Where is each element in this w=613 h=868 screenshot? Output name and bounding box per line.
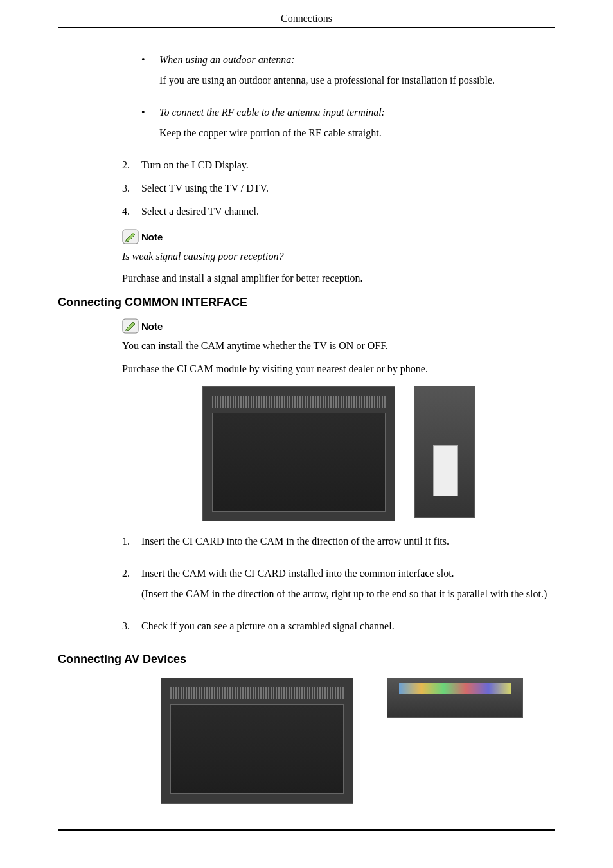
ci-diagram-card-slot [414,386,475,518]
header-rule [58,27,555,28]
list-text: Insert the CI CARD into the CAM in the d… [141,536,555,547]
list-text: Select TV using the TV / DTV. [141,183,269,194]
numbered-steps-ci: 1. Insert the CI CARD into the CAM in th… [122,536,555,641]
bullet-marker: • [141,107,159,148]
cam-text-2: Purchase the CI CAM module by visiting y… [122,363,555,375]
list-number: 3. [122,620,141,641]
bullet-item: • To connect the RF cable to the antenna… [141,107,555,148]
note-label: Note [141,321,163,332]
section-heading-common-interface: Connecting COMMON INTERFACE [58,296,555,309]
list-item: 3. Select TV using the TV / DTV. [122,183,555,194]
bullet-plain-text: Keep the copper wire portion of the RF c… [159,127,555,139]
list-item: 3. Check if you can see a picture on a s… [122,620,555,641]
list-number: 3. [122,183,141,194]
av-diagram-tv-rear [161,678,353,804]
footer-rule [58,829,555,831]
bullet-marker: • [141,54,159,95]
note-answer: Purchase and install a signal amplifier … [122,273,555,284]
av-diagram-device [387,678,523,718]
antenna-bullets: • When using an outdoor antenna: If you … [122,54,555,148]
list-item: 2. Turn on the LCD Display. [122,159,555,171]
bullet-plain-text: If you are using an outdoor antenna, use… [159,75,555,86]
pencil-note-icon [122,318,139,334]
list-text: Check if you can see a picture on a scra… [141,620,555,632]
list-extra-text: (Insert the CAM in the direction of the … [141,588,555,600]
note-label: Note [141,231,163,242]
numbered-steps-first: 2. Turn on the LCD Display. 3. Select TV… [122,159,555,217]
pencil-note-icon [122,229,139,244]
cam-text-1: You can install the CAM anytime whether … [122,340,555,352]
list-item: 2. Insert the CAM with the CI CARD insta… [122,568,555,609]
list-number: 4. [122,206,141,217]
note-callout: Note [122,318,555,334]
bullet-item: • When using an outdoor antenna: If you … [141,54,555,95]
list-item: 1. Insert the CI CARD into the CAM in th… [122,536,555,556]
av-image-row [161,678,555,804]
ci-diagram-tv-rear [202,386,395,521]
ci-image-row [122,386,555,521]
note-callout: Note [122,229,555,244]
list-text: Select a desired TV channel. [141,206,259,217]
note-question: Is weak signal causing poor reception? [122,251,555,262]
list-text: Turn on the LCD Display. [141,159,249,170]
list-number: 1. [122,536,141,556]
bullet-em-text: To connect the RF cable to the antenna i… [159,107,555,118]
list-number: 2. [122,159,141,171]
section-heading-av-devices: Connecting AV Devices [58,653,555,666]
running-header: Connections [58,13,555,27]
list-number: 2. [122,568,141,609]
list-text: Insert the CAM with the CI CARD installe… [141,568,555,579]
list-item: 4. Select a desired TV channel. [122,206,555,217]
bullet-em-text: When using an outdoor antenna: [159,54,555,66]
